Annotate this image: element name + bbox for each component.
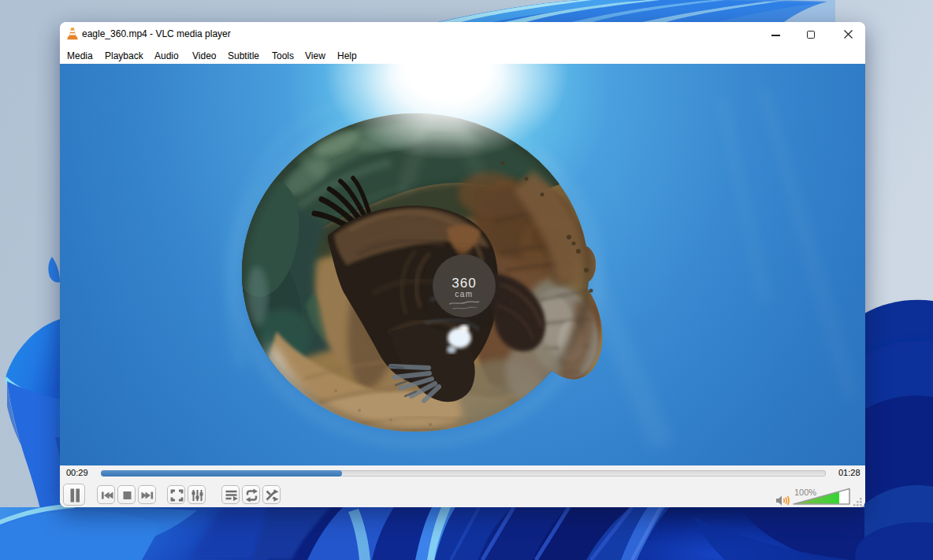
svg-text:360: 360 [452,276,476,291]
svg-text:cam: cam [455,290,473,299]
